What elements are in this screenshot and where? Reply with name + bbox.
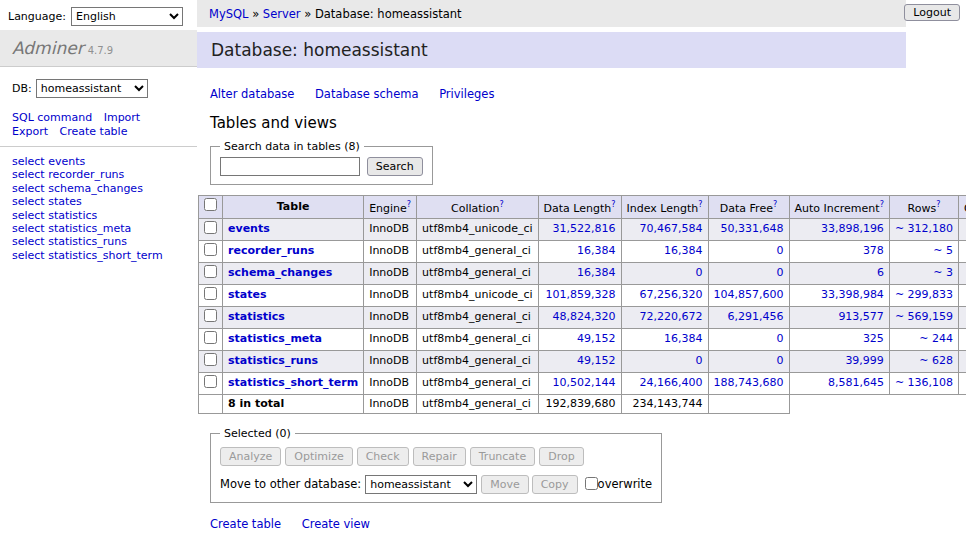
move-db-select[interactable]: homeassistant <box>365 475 477 494</box>
row-checkbox[interactable] <box>204 287 217 300</box>
data-free-link[interactable]: 0 <box>777 244 784 257</box>
data-free-link[interactable]: 0 <box>777 354 784 367</box>
sidebar-link-export[interactable]: Export <box>12 125 48 138</box>
data-length-link[interactable]: 49,152 <box>577 332 616 345</box>
move-button[interactable]: Move <box>481 475 529 494</box>
breadcrumb-link-server[interactable]: Server <box>263 7 301 21</box>
sidebar-select-statistics-runs[interactable]: select statistics_runs <box>12 235 185 248</box>
sidebar-select-statistics[interactable]: select statistics <box>12 209 185 222</box>
auto-increment-link[interactable]: 6 <box>877 266 884 279</box>
truncate-button[interactable]: Truncate <box>470 447 535 466</box>
sidebar-select-statistics-meta[interactable]: select statistics_meta <box>12 222 185 235</box>
table-link-statistics[interactable]: statistics <box>228 310 285 323</box>
data-length-link[interactable]: 10,502,144 <box>553 376 616 389</box>
rows-link[interactable]: ~ 299,833 <box>895 288 953 301</box>
auto-increment-link[interactable]: 378 <box>863 244 884 257</box>
repair-button[interactable]: Repair <box>413 447 466 466</box>
select-all-checkbox[interactable] <box>204 198 217 211</box>
data-length-link[interactable]: 49,152 <box>577 354 616 367</box>
auto-increment-link[interactable]: 8,581,645 <box>828 376 884 389</box>
help-link[interactable]: ? <box>407 200 411 209</box>
row-checkbox[interactable] <box>204 353 217 366</box>
sidebar-select-statistics-short-term[interactable]: select statistics_short_term <box>12 249 185 262</box>
index-length-link[interactable]: 0 <box>696 266 703 279</box>
rows-link[interactable]: ~ 312,180 <box>895 222 953 235</box>
table-link-statistics-short-term[interactable]: statistics_short_term <box>228 376 358 389</box>
auto-increment-link[interactable]: 325 <box>863 332 884 345</box>
search-button[interactable]: Search <box>367 157 423 176</box>
overwrite-checkbox[interactable] <box>585 477 598 490</box>
data-length-link[interactable]: 48,824,320 <box>553 310 616 323</box>
data-free-link[interactable]: 104,857,600 <box>714 288 784 301</box>
db-select[interactable]: homeassistant <box>36 79 148 98</box>
optimize-button[interactable]: Optimize <box>285 447 352 466</box>
help-link[interactable]: ? <box>698 200 702 209</box>
rows-link[interactable]: ~ 628 <box>919 354 953 367</box>
drop-button[interactable]: Drop <box>539 447 583 466</box>
data-length-link[interactable]: 31,522,816 <box>553 222 616 235</box>
search-input[interactable] <box>220 157 360 176</box>
language-select[interactable]: English <box>71 7 183 26</box>
index-length-link[interactable]: 67,256,320 <box>640 288 703 301</box>
index-length-link[interactable]: 24,166,400 <box>640 376 703 389</box>
index-length-link[interactable]: 70,467,584 <box>640 222 703 235</box>
auto-increment-link[interactable]: 33,398,984 <box>821 288 884 301</box>
help-link[interactable]: ? <box>773 200 777 209</box>
index-length-link[interactable]: 72,220,672 <box>640 310 703 323</box>
table-link-states[interactable]: states <box>228 288 267 301</box>
table-link-schema-changes[interactable]: schema_changes <box>228 266 332 279</box>
rows-link[interactable]: ~ 5 <box>933 244 953 257</box>
index-length-link[interactable]: 16,384 <box>664 332 703 345</box>
auto-increment-link[interactable]: 33,898,196 <box>821 222 884 235</box>
rows-link[interactable]: ~ 244 <box>919 332 953 345</box>
action-alter-database[interactable]: Alter database <box>210 87 294 101</box>
row-checkbox[interactable] <box>204 265 217 278</box>
table-link-recorder-runs[interactable]: recorder_runs <box>228 244 314 257</box>
data-free-link[interactable]: 6,291,456 <box>728 310 784 323</box>
check-button[interactable]: Check <box>357 447 409 466</box>
rows-link[interactable]: ~ 136,108 <box>895 376 953 389</box>
data-length-link[interactable]: 101,859,328 <box>546 288 616 301</box>
sidebar-link-create-table[interactable]: Create table <box>60 125 128 138</box>
row-checkbox[interactable] <box>204 309 217 322</box>
sidebar-link-import[interactable]: Import <box>104 111 141 124</box>
table-link-events[interactable]: events <box>228 222 270 235</box>
sidebar-select-recorder-runs[interactable]: select recorder_runs <box>12 168 185 181</box>
sidebar-select-events[interactable]: select events <box>12 155 185 168</box>
sidebar: Adminer4.7.9 DB:homeassistant SQL comman… <box>0 30 197 262</box>
row-checkbox[interactable] <box>204 331 217 344</box>
index-length-link[interactable]: 16,384 <box>664 244 703 257</box>
table-link-statistics-meta[interactable]: statistics_meta <box>228 332 322 345</box>
row-checkbox[interactable] <box>204 375 217 388</box>
table-link-statistics-runs[interactable]: statistics_runs <box>228 354 318 367</box>
rows-link[interactable]: ~ 3 <box>933 266 953 279</box>
help-link[interactable]: ? <box>880 200 884 209</box>
breadcrumb-link-mysql[interactable]: MySQL <box>209 7 249 21</box>
analyze-button[interactable]: Analyze <box>220 447 281 466</box>
data-free-link[interactable]: 188,743,680 <box>714 376 784 389</box>
link-create-view[interactable]: Create view <box>302 517 370 531</box>
auto-increment-link[interactable]: 913,577 <box>838 310 884 323</box>
index-length-link[interactable]: 0 <box>696 354 703 367</box>
help-link[interactable]: ? <box>611 200 615 209</box>
action-privileges[interactable]: Privileges <box>439 87 494 101</box>
rows-link[interactable]: ~ 569,159 <box>895 310 953 323</box>
row-checkbox[interactable] <box>204 221 217 234</box>
copy-button[interactable]: Copy <box>532 475 578 494</box>
help-link[interactable]: ? <box>936 200 940 209</box>
help-link[interactable]: ? <box>499 200 503 209</box>
sidebar-select-states[interactable]: select states <box>12 195 185 208</box>
data-length-link[interactable]: 16,384 <box>577 266 616 279</box>
sidebar-link-sql-command[interactable]: SQL command <box>12 111 92 124</box>
row-checkbox[interactable] <box>204 243 217 256</box>
data-free-link[interactable]: 50,331,648 <box>721 222 784 235</box>
data-free-link[interactable]: 0 <box>777 266 784 279</box>
data-length-link[interactable]: 16,384 <box>577 244 616 257</box>
action-database-schema[interactable]: Database schema <box>315 87 418 101</box>
overwrite-option[interactable]: overwrite <box>585 477 653 491</box>
data-free-link[interactable]: 0 <box>777 332 784 345</box>
link-create-table[interactable]: Create table <box>210 517 281 531</box>
sidebar-select-schema-changes[interactable]: select schema_changes <box>12 182 185 195</box>
logout-button[interactable]: Logout <box>904 4 960 21</box>
auto-increment-link[interactable]: 39,999 <box>845 354 884 367</box>
